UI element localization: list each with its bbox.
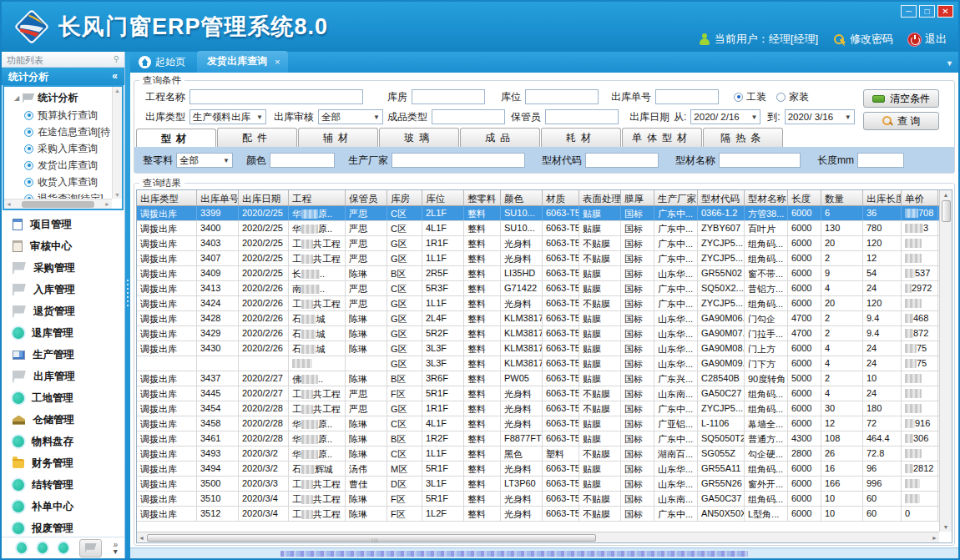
clear-conditions-button[interactable]: 清空条件	[863, 89, 939, 108]
cart-module-button[interactable]	[79, 539, 103, 557]
table-row[interactable]: 调拨出库34372020/2/27佛..陈琳B区3R6F整料PW056063-T…	[137, 371, 939, 386]
change-password-button[interactable]: 修改密码	[833, 32, 893, 47]
sidebar-module-出库管理[interactable]: 出库管理	[2, 366, 124, 387]
tree-vertical-scrollbar[interactable]: ▲▼	[112, 87, 122, 199]
column-header[interactable]: 库房	[387, 190, 422, 205]
tree-item[interactable]: 预算执行查询	[8, 107, 110, 124]
material-tab-耗材[interactable]: 耗材	[541, 128, 621, 147]
table-row[interactable]: 调拨出库34292020/2/26石城陈琳G区5R2F整料KLM38176063…	[137, 326, 939, 341]
tree-item[interactable]: 发货出库查询	[8, 157, 110, 174]
sidebar-module-退库管理[interactable]: 退库管理	[2, 322, 124, 344]
table-row[interactable]: G区3L3F整料KLM38176063-T5贴膜国标山东华...GA90M09.…	[137, 356, 939, 371]
sidebar-splitter[interactable]	[125, 52, 130, 558]
sidebar-module-结转管理[interactable]: 结转管理	[2, 474, 124, 496]
maximize-button[interactable]: □	[919, 5, 935, 18]
table-row[interactable]: 调拨出库34132020/2/26南..严思C区5R3F整料G714226063…	[137, 281, 939, 296]
sidebar-module-采购管理[interactable]: 采购管理	[2, 257, 124, 279]
table-row[interactable]: 调拨出库34002020/2/25华原..严思C区4L1F整料SU10...60…	[137, 221, 939, 236]
product-type-input[interactable]	[432, 109, 505, 124]
stats-section-header[interactable]: 统计分析 «	[2, 68, 124, 85]
column-header[interactable]: 型材名称	[745, 190, 788, 205]
tree-expander-icon[interactable]: ◢	[14, 94, 19, 102]
vscroll-thumb[interactable]	[942, 200, 951, 222]
column-header[interactable]: 单价	[902, 190, 938, 205]
tab-overflow-icon[interactable]: ▼	[946, 59, 953, 68]
table-row[interactable]: 调拨出库34932020/3/2华原..陈琳C区1L1F整料黑色塑料不贴膜国标湖…	[137, 446, 939, 462]
radio-家装[interactable]: 家装	[776, 90, 809, 104]
order-no-input[interactable]	[655, 89, 719, 104]
factory-input[interactable]	[392, 153, 525, 168]
material-tab-成品[interactable]: 成品	[460, 128, 540, 147]
sidebar-module-财务管理[interactable]: 财务管理	[2, 452, 124, 474]
search-button[interactable]: 查 询	[863, 112, 939, 130]
column-header[interactable]: 工程	[289, 190, 346, 205]
material-tab-隔热条[interactable]: 隔热条	[703, 128, 783, 147]
date-from-picker[interactable]: 2020/ 2/16▼	[690, 109, 760, 124]
material-tab-玻璃[interactable]: 玻璃	[379, 128, 459, 147]
radio-工装[interactable]: 工装	[734, 90, 766, 104]
warehouse-input[interactable]	[412, 89, 485, 104]
tree-item[interactable]: 收货入库查询	[8, 174, 110, 190]
table-row[interactable]: 调拨出库34072020/2/25工共工程严思G区1L1F整料光身料6063-T…	[137, 251, 939, 266]
column-header[interactable]: 膜厚	[621, 190, 654, 205]
column-header[interactable]: 材质	[543, 190, 579, 205]
table-row[interactable]: 调拨出库34242020/2/26工共工程严思G区1L1F整料光身料6063-T…	[137, 296, 939, 311]
location-input[interactable]	[525, 89, 599, 104]
close-button[interactable]: ✕	[937, 5, 953, 18]
module-dot-icon[interactable]	[58, 542, 68, 553]
column-header[interactable]: 整零料	[464, 190, 501, 205]
tab-shipment-query[interactable]: 发货出库查询 ×	[197, 51, 288, 73]
color-input[interactable]	[270, 153, 335, 168]
column-header[interactable]: 库位	[422, 190, 464, 205]
pin-icon[interactable]: ⚲	[114, 54, 119, 67]
table-row[interactable]: 调拨出库34942020/3/2石辉城汤伟M区5R1F整料光身料6063-T5贴…	[137, 462, 939, 477]
table-row[interactable]: 调拨出库34302020/2/26石城陈琳G区3L3F整料KLM38176063…	[137, 341, 939, 356]
hscroll-thumb[interactable]: |||	[147, 534, 596, 542]
keeper-input[interactable]	[545, 109, 619, 124]
column-header[interactable]: 出库长度	[863, 190, 902, 205]
date-to-picker[interactable]: 2020/ 3/16▼	[785, 109, 855, 124]
tree-root-node[interactable]: ◢ 统计分析	[8, 89, 110, 107]
tree-horizontal-scrollbar[interactable]: ◄►	[4, 199, 112, 209]
column-header[interactable]: 生产厂家	[654, 190, 698, 205]
whole-part-select[interactable]: 全部▼	[176, 153, 233, 168]
table-row[interactable]: 调拨出库34452020/2/27工共工程严思F区5R1F整料光身料6063-T…	[137, 386, 939, 401]
minimize-button[interactable]: ─	[901, 5, 917, 18]
tree-item[interactable]: 在途信息查询[待	[8, 124, 110, 140]
column-header[interactable]: 表面处理	[579, 190, 621, 205]
material-tab-配件[interactable]: 配件	[217, 128, 297, 147]
profile-name-input[interactable]	[719, 153, 801, 168]
project-name-input[interactable]	[189, 89, 363, 104]
column-header[interactable]: 数量	[821, 190, 863, 205]
table-row[interactable]: 调拨出库34612020/2/28华原..陈琳B区1R2F整料F8877FT60…	[137, 431, 939, 446]
logout-button[interactable]: 退出	[908, 32, 947, 47]
material-tab-单体型材[interactable]: 单体型材	[622, 128, 702, 147]
sidebar-module-退货管理[interactable]: 退货管理	[2, 300, 124, 322]
column-header[interactable]: 型材代码	[698, 190, 745, 205]
table-row[interactable]: 调拨出库34582020/2/28华原..陈琳C区4L1F整料光身料6063-T…	[137, 416, 939, 431]
table-row[interactable]: 调拨出库35122020/3/4工共工程陈琳F区1L2F整料光身料6063-T5…	[137, 507, 939, 522]
module-dot-icon[interactable]	[38, 542, 48, 553]
column-header[interactable]: 出库日期	[239, 190, 289, 205]
table-row[interactable]: 调拨出库34032020/2/25工共工程严思G区1R1F整料光身料6063-T…	[137, 236, 939, 251]
table-row[interactable]: 调拨出库35102020/3/4工共工程陈琳F区5R1F整料光身料6063-T5…	[137, 492, 939, 507]
column-header[interactable]: 颜色	[501, 190, 543, 205]
sidebar-module-补单中心[interactable]: 补单中心	[2, 496, 124, 517]
column-header[interactable]: 保管员	[346, 190, 387, 205]
tab-home[interactable]: 起始页	[134, 55, 197, 73]
length-input[interactable]	[857, 153, 904, 168]
sidebar-module-生产管理[interactable]: 生产管理	[2, 344, 124, 366]
table-row[interactable]: 调拨出库34282020/2/26石城陈琳G区2L4F整料KLM38176063…	[137, 311, 939, 326]
sidebar-module-项目管理[interactable]: 项目管理	[2, 214, 124, 235]
table-vertical-scrollbar[interactable]: ▲▼	[939, 190, 952, 532]
column-header[interactable]: 出库单号	[197, 190, 239, 205]
sidebar-module-入库管理[interactable]: 入库管理	[2, 279, 124, 300]
sidebar-module-工地管理[interactable]: 工地管理	[2, 387, 124, 409]
collapse-icon[interactable]: «	[112, 70, 118, 85]
table-row[interactable]: 调拨出库35002020/3/3工共工程曹佳D区3L1F整料LT3P606063…	[137, 477, 939, 492]
column-header[interactable]: 出库类型	[137, 190, 197, 205]
profile-code-input[interactable]	[585, 153, 659, 168]
table-row[interactable]: 调拨出库34542020/2/28工共工程严思G区1R1F整料光身料6063-T…	[137, 401, 939, 416]
table-row[interactable]: 调拨出库34092020/2/25长..陈琳B区2R5F整料LI35HD6063…	[137, 266, 939, 281]
tab-close-icon[interactable]: ×	[275, 57, 280, 67]
